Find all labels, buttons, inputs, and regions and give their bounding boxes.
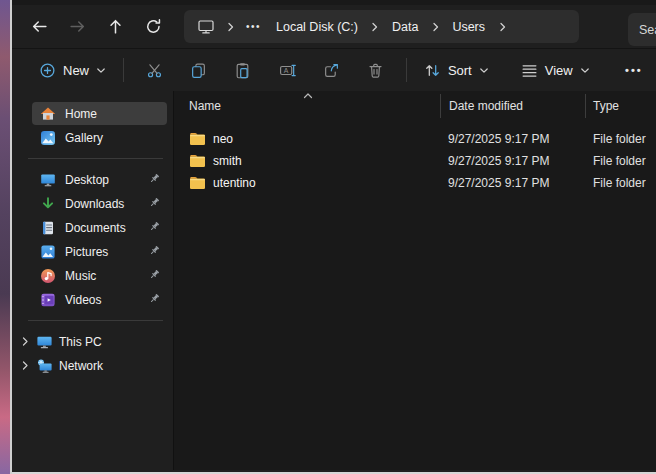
new-button[interactable]: New	[30, 54, 115, 86]
breadcrumb-chevron[interactable]	[367, 16, 383, 38]
pin-icon[interactable]	[148, 293, 160, 305]
sidebar-item-network[interactable]: Network	[14, 354, 167, 377]
breadcrumb-chevron[interactable]	[494, 16, 510, 38]
navigation-sidebar: Home Gallery Desktop	[12, 91, 173, 470]
sidebar-item-downloads[interactable]: Downloads	[32, 192, 167, 215]
navigation-bar: ••• Local Disk (C:) Data Users	[12, 5, 656, 49]
sidebar-item-label: Network	[59, 359, 103, 373]
back-button[interactable]	[22, 11, 56, 43]
sidebar-item-home[interactable]: Home	[32, 102, 167, 125]
folder-icon	[189, 154, 206, 168]
file-type: File folder	[585, 132, 656, 146]
sort-icon	[424, 62, 441, 79]
view-button[interactable]: View	[512, 54, 599, 86]
up-icon	[107, 18, 124, 35]
chevron-down-icon	[96, 66, 106, 75]
svg-text:A: A	[283, 67, 288, 74]
cut-button[interactable]	[135, 54, 173, 86]
refresh-icon	[145, 18, 162, 35]
refresh-button[interactable]	[136, 11, 170, 43]
sidebar-item-videos[interactable]: Videos	[32, 288, 167, 311]
chevron-right-icon[interactable]	[20, 336, 30, 347]
file-row-utentino[interactable]: utentino 9/27/2025 9:17 PM File folder	[174, 172, 656, 193]
column-header-date-modified[interactable]: Date modified	[441, 99, 585, 113]
downloads-icon	[40, 196, 56, 212]
view-label: View	[545, 63, 573, 78]
file-name: utentino	[213, 176, 256, 190]
sidebar-item-label: Music	[65, 269, 96, 283]
search-input[interactable]: Sea	[628, 13, 656, 46]
pin-icon[interactable]	[148, 221, 160, 233]
see-more-icon: •••	[625, 64, 643, 76]
sidebar-item-desktop[interactable]: Desktop	[32, 168, 167, 191]
sort-label: Sort	[448, 63, 472, 78]
folder-icon	[189, 176, 206, 190]
rename-icon: A	[279, 62, 296, 79]
content-area: Home Gallery Desktop	[12, 91, 656, 470]
delete-icon	[367, 62, 384, 79]
delete-button[interactable]	[357, 54, 395, 86]
file-name: smith	[213, 154, 242, 168]
toolbar-separator	[406, 58, 407, 82]
column-header-name[interactable]: Name	[174, 99, 440, 113]
sidebar-item-label: Desktop	[65, 173, 109, 187]
forward-icon	[69, 18, 86, 35]
cut-icon	[146, 62, 163, 79]
breadcrumb-users[interactable]: Users	[445, 16, 492, 38]
network-icon	[36, 358, 53, 374]
toolbar-separator	[123, 58, 124, 82]
back-icon	[31, 18, 48, 35]
column-header-row: Name Date modified Type	[174, 91, 656, 121]
search-text: Sea	[639, 23, 656, 37]
file-rows: neo 9/27/2025 9:17 PM File folder smith …	[174, 121, 656, 193]
rename-button[interactable]: A	[268, 54, 306, 86]
chevron-down-icon	[580, 66, 590, 75]
breadcrumb-data[interactable]: Data	[385, 16, 425, 38]
copy-button[interactable]	[179, 54, 217, 86]
music-icon	[40, 268, 56, 284]
file-type: File folder	[585, 176, 656, 190]
see-more-button[interactable]: •••	[615, 54, 653, 86]
file-row-smith[interactable]: smith 9/27/2025 9:17 PM File folder	[174, 150, 656, 171]
sidebar-item-documents[interactable]: Documents	[32, 216, 167, 239]
desktop-icon	[40, 172, 56, 188]
pin-icon[interactable]	[148, 245, 160, 257]
share-button[interactable]	[312, 54, 350, 86]
sidebar-item-pictures[interactable]: Pictures	[32, 240, 167, 263]
pin-icon[interactable]	[148, 197, 160, 209]
breadcrumb-overflow-button[interactable]: •••	[240, 17, 267, 36]
videos-icon	[40, 292, 56, 308]
chevron-right-icon[interactable]	[20, 360, 30, 371]
new-plus-icon	[39, 62, 56, 79]
this-pc-icon[interactable]	[192, 18, 220, 35]
sidebar-item-this-pc[interactable]: This PC	[14, 330, 167, 353]
file-row-neo[interactable]: neo 9/27/2025 9:17 PM File folder	[174, 128, 656, 149]
column-header-type[interactable]: Type	[586, 99, 656, 113]
documents-icon	[40, 220, 56, 236]
forward-button[interactable]	[60, 11, 94, 43]
folder-icon	[189, 132, 206, 146]
sidebar-separator	[28, 320, 163, 321]
sidebar-item-gallery[interactable]: Gallery	[32, 126, 167, 149]
file-date-modified: 9/27/2025 9:17 PM	[440, 176, 585, 190]
file-date-modified: 9/27/2025 9:17 PM	[440, 132, 585, 146]
breadcrumb-chevron[interactable]	[222, 16, 238, 38]
home-icon	[40, 106, 56, 122]
sidebar-item-label: Downloads	[65, 197, 124, 211]
chevron-down-icon	[479, 66, 489, 75]
breadcrumb-chevron[interactable]	[427, 16, 443, 38]
sidebar-item-label: Pictures	[65, 245, 108, 259]
address-bar[interactable]: ••• Local Disk (C:) Data Users	[184, 10, 579, 43]
copy-icon	[190, 62, 207, 79]
sidebar-item-label: Home	[65, 107, 97, 121]
pin-icon[interactable]	[148, 269, 160, 281]
pin-icon[interactable]	[148, 173, 160, 185]
up-button[interactable]	[98, 11, 132, 43]
share-icon	[323, 62, 340, 79]
paste-button[interactable]	[224, 54, 262, 86]
sort-button[interactable]: Sort	[415, 54, 498, 86]
sidebar-item-music[interactable]: Music	[32, 264, 167, 287]
breadcrumb-local-disk[interactable]: Local Disk (C:)	[269, 16, 365, 38]
background-window-strip	[0, 0, 10, 474]
sidebar-separator	[28, 158, 163, 159]
